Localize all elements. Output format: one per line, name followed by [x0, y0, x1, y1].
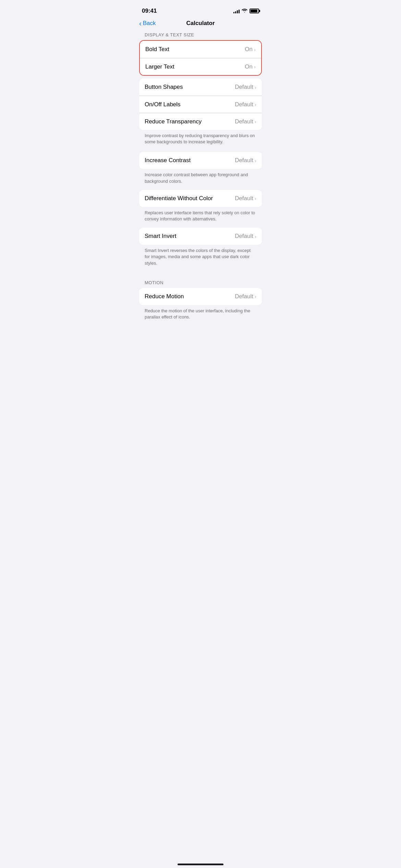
wifi-icon [242, 8, 247, 14]
bold-text-chevron-icon: › [254, 47, 256, 52]
status-bar: 09:41 [134, 0, 267, 17]
bold-text-row[interactable]: Bold Text On › [140, 41, 261, 58]
status-time: 09:41 [142, 8, 157, 14]
larger-text-label: Larger Text [145, 63, 174, 70]
onoff-labels-row[interactable]: On/Off Labels Default › [139, 96, 262, 113]
differentiate-value: Default [235, 195, 253, 202]
display-section-label: DISPLAY & TEXT SIZE [139, 32, 262, 37]
motion-section: MOTION Reduce Motion Default › Reduce th… [139, 280, 262, 326]
back-label: Back [143, 20, 156, 27]
highlighted-card: Bold Text On › Larger Text On › [139, 40, 262, 76]
button-shapes-value: Default [235, 84, 253, 91]
reduce-motion-row[interactable]: Reduce Motion Default › [139, 288, 262, 305]
status-icons [233, 8, 259, 14]
smart-invert-label: Smart Invert [145, 233, 177, 240]
reduce-motion-chevron-icon: › [255, 293, 256, 299]
bold-text-label: Bold Text [145, 46, 169, 53]
signal-bars-icon [233, 9, 240, 13]
differentiate-chevron-icon: › [255, 195, 256, 201]
differentiate-footer: Replaces user interface items that rely … [139, 207, 262, 228]
increase-contrast-label: Increase Contrast [145, 157, 191, 164]
bold-text-value-group: On › [245, 46, 256, 53]
reduce-transparency-value: Default [235, 118, 253, 125]
reduce-motion-label: Reduce Motion [145, 293, 184, 300]
smart-invert-value: Default [235, 233, 253, 240]
increase-contrast-footer: Increase color contrast between app fore… [139, 169, 262, 190]
nav-bar: ‹ Back Calculator [134, 17, 267, 32]
smart-invert-row[interactable]: Smart Invert Default › [139, 228, 262, 245]
onoff-labels-value: Default [235, 101, 253, 108]
smart-invert-chevron-icon: › [255, 233, 256, 239]
back-button[interactable]: ‹ Back [139, 20, 156, 27]
button-shapes-value-group: Default › [235, 84, 256, 91]
differentiate-value-group: Default › [235, 195, 256, 202]
bold-text-value: On [245, 46, 253, 53]
reduce-motion-card: Reduce Motion Default › [139, 288, 262, 305]
page-title: Calculator [186, 20, 215, 27]
increase-contrast-value-group: Default › [235, 157, 256, 164]
reduce-transparency-chevron-icon: › [255, 119, 256, 124]
differentiate-card: Differentiate Without Color Default › [139, 190, 262, 207]
button-shapes-chevron-icon: › [255, 84, 256, 90]
increase-contrast-value: Default [235, 157, 253, 164]
increase-contrast-chevron-icon: › [255, 158, 256, 164]
differentiate-row[interactable]: Differentiate Without Color Default › [139, 190, 262, 207]
button-shapes-row[interactable]: Button Shapes Default › [139, 79, 262, 96]
reduce-motion-footer: Reduce the motion of the user interface,… [139, 305, 262, 326]
onoff-labels-label: On/Off Labels [145, 101, 181, 108]
battery-icon [250, 9, 259, 13]
main-content: DISPLAY & TEXT SIZE Bold Text On › Large… [134, 32, 267, 326]
increase-contrast-row[interactable]: Increase Contrast Default › [139, 152, 262, 169]
reduce-motion-value: Default [235, 293, 253, 300]
reduce-motion-value-group: Default › [235, 293, 256, 300]
onoff-labels-value-group: Default › [235, 101, 256, 108]
button-shapes-label: Button Shapes [145, 84, 183, 91]
increase-contrast-card: Increase Contrast Default › [139, 152, 262, 169]
transparency-footer: Improve contrast by reducing transparenc… [139, 130, 262, 150]
display-lower-card: Button Shapes Default › On/Off Labels De… [139, 79, 262, 130]
smart-invert-value-group: Default › [235, 233, 256, 240]
larger-text-chevron-icon: › [254, 64, 256, 70]
onoff-labels-chevron-icon: › [255, 101, 256, 107]
smart-invert-footer: Smart Invert reverses the colors of the … [139, 245, 262, 272]
reduce-transparency-row[interactable]: Reduce Transparency Default › [139, 113, 262, 130]
smart-invert-card: Smart Invert Default › [139, 228, 262, 245]
larger-text-value: On [245, 63, 253, 70]
reduce-transparency-label: Reduce Transparency [145, 118, 202, 125]
back-chevron-icon: ‹ [139, 20, 142, 27]
larger-text-value-group: On › [245, 63, 256, 70]
reduce-transparency-value-group: Default › [235, 118, 256, 125]
larger-text-row[interactable]: Larger Text On › [140, 58, 261, 75]
motion-section-label: MOTION [139, 280, 262, 285]
differentiate-label: Differentiate Without Color [145, 195, 213, 202]
